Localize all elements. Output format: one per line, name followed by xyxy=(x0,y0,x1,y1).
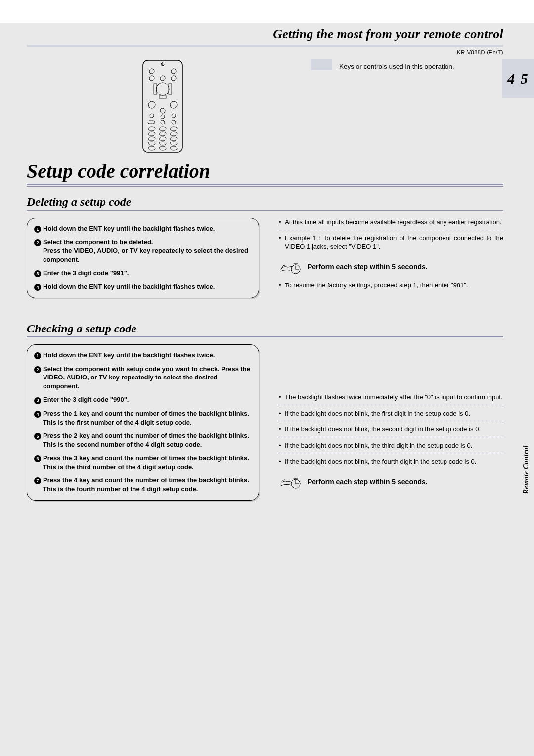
section-title-deleting: Deleting a setup code xyxy=(0,187,534,210)
page-number-tab: 4 5 xyxy=(502,59,534,98)
timer-hand-icon xyxy=(279,473,302,491)
page-header-title: Getting the most from your remote contro… xyxy=(0,23,534,45)
note-item: •If the backlight does not blink, the fi… xyxy=(279,409,503,418)
spine-label: Remote Control xyxy=(522,445,530,494)
step-item: 3Enter the 3 digit code "991". xyxy=(34,269,252,278)
dotted-divider xyxy=(279,421,503,421)
remote-control-figure xyxy=(27,59,299,153)
dotted-divider xyxy=(279,230,503,230)
steps-box-checking: 1Hold down the ENT key until the backlig… xyxy=(27,344,259,501)
step-item: 2Select the component with setup code yo… xyxy=(34,365,252,391)
note-item: •At this time all inputs become availabl… xyxy=(279,218,503,227)
dotted-divider xyxy=(279,437,503,437)
tip-text: Perform each step within 5 seconds. xyxy=(308,477,428,487)
notes-col-checking: •The backlight flashes twice immediately… xyxy=(279,344,503,494)
section-title-checking: Checking a setup code xyxy=(0,313,534,336)
step-item: 1Hold down the ENT key until the backlig… xyxy=(34,224,252,233)
timer-hand-icon xyxy=(279,258,302,276)
tip-text: Perform each step within 5 seconds. xyxy=(308,262,428,272)
step-item: 4Hold down the ENT key until the backlig… xyxy=(34,283,252,291)
step-item: 2Select the component to be deleted. Pre… xyxy=(34,238,252,264)
page-title: Setup code correlation xyxy=(0,153,534,184)
note-item: •Example 1 : To delete the registration … xyxy=(279,234,503,251)
step-item: 1Hold down the ENT key until the backlig… xyxy=(34,351,252,360)
remote-control-icon xyxy=(140,59,185,153)
step-item: 3Enter the 3 digit code "990". xyxy=(34,395,252,404)
tip-row: Perform each step within 5 seconds. xyxy=(279,258,503,276)
page-number: 4 5 xyxy=(507,70,529,87)
step-item: 5Press the 2 key and count the number of… xyxy=(34,431,252,449)
note-item: •To resume the factory settings, proceed… xyxy=(279,281,503,290)
dotted-divider xyxy=(279,453,503,453)
subsection-rule xyxy=(27,336,503,337)
keys-caption-row: Keys or controls used in this operation. xyxy=(311,59,503,79)
highlight-swatch-icon xyxy=(311,59,332,70)
note-item: •If the backlight does not blink, the th… xyxy=(279,441,503,450)
model-number: KR-V888D (En/T) xyxy=(0,47,534,55)
note-item: •The backlight flashes twice immediately… xyxy=(279,393,503,402)
tip-row: Perform each step within 5 seconds. xyxy=(279,473,503,491)
note-item: •If the backlight does not blink, the fo… xyxy=(279,457,503,466)
step-item: 4Press the 1 key and count the number of… xyxy=(34,409,252,426)
keys-caption: Keys or controls used in this operation. xyxy=(339,63,454,70)
steps-box-deleting: 1Hold down the ENT key until the backlig… xyxy=(27,218,259,298)
step-item: 7Press the 4 key and count the number of… xyxy=(34,476,252,493)
dotted-divider xyxy=(279,405,503,405)
note-item: •If the backlight does not blink, the se… xyxy=(279,425,503,434)
step-item: 6Press the 3 key and count the number of… xyxy=(34,454,252,471)
notes-col-deleting: •At this time all inputs become availabl… xyxy=(279,218,503,292)
subsection-rule xyxy=(27,210,503,211)
